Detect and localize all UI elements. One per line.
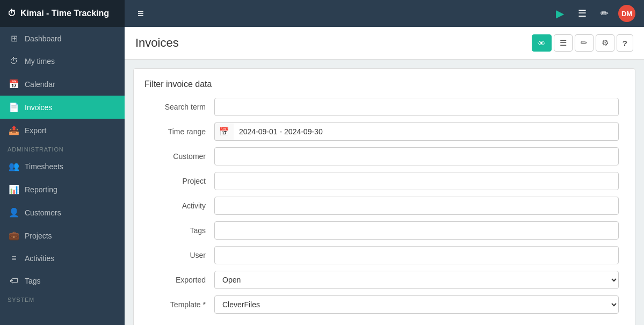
sidebar-item-invoices[interactable]: 📄 Invoices — [0, 96, 125, 119]
dashboard-icon: ⊞ — [9, 33, 19, 44]
user-avatar[interactable]: DM — [618, 5, 635, 22]
search-term-row: Search term — [144, 98, 619, 116]
project-row: Project — [144, 172, 619, 190]
project-label: Project — [144, 177, 214, 185]
export-icon: 📤 — [9, 125, 19, 135]
topbar: ≡ ▶ ☰ ✏ DM — [125, 0, 644, 27]
filter-title: Filter invoice data — [144, 80, 619, 89]
filter-card: Filter invoice data Search term Time ran… — [133, 68, 635, 325]
customers-icon: 👤 — [9, 207, 19, 218]
customer-input[interactable] — [214, 147, 619, 165]
user-input[interactable] — [214, 246, 619, 264]
sidebar-item-label: Activities — [25, 254, 54, 263]
tags-label: Tags — [144, 226, 214, 235]
user-label: User — [144, 251, 214, 259]
sidebar-item-label: Invoices — [25, 103, 52, 112]
hamburger-button[interactable]: ≡ — [133, 5, 148, 22]
template-row: Template * CleverFiles — [144, 295, 619, 314]
page-header: Invoices 👁 ☰ ✏ ⚙ ? — [125, 27, 644, 60]
sidebar: ⏱ Kimai - Time Tracking ⊞ Dashboard ⏱ My… — [0, 0, 125, 325]
activity-label: Activity — [144, 201, 214, 210]
exported-label: Exported — [144, 276, 214, 284]
eye-icon: 👁 — [538, 39, 546, 48]
tags-row: Tags — [144, 221, 619, 240]
activity-row: Activity — [144, 197, 619, 215]
sidebar-item-timesheets[interactable]: 👥 Timesheets — [0, 155, 125, 178]
exported-row: Exported Open Yes No — [144, 271, 619, 289]
sidebar-item-label: Export — [25, 126, 46, 135]
search-term-label: Search term — [144, 103, 214, 111]
sidebar-item-customers[interactable]: 👤 Customers — [0, 201, 125, 224]
time-range-wrapper: 📅 — [214, 122, 619, 141]
calendar-icon: 📅 — [9, 79, 19, 89]
content-area: Invoices 👁 ☰ ✏ ⚙ ? Filter in — [125, 27, 644, 325]
main-content: ≡ ▶ ☰ ✏ DM Invoices 👁 ☰ ✏ ⚙ — [125, 0, 644, 325]
sidebar-item-reporting[interactable]: 📊 Reporting — [0, 178, 125, 201]
calendar-button[interactable]: 📅 — [214, 122, 234, 141]
question-icon: ? — [623, 39, 627, 48]
sidebar-item-tags[interactable]: 🏷 Tags — [0, 270, 125, 292]
view-button[interactable]: 👁 — [532, 34, 552, 52]
sidebar-item-calendar[interactable]: 📅 Calendar — [0, 73, 125, 96]
project-input[interactable] — [214, 172, 619, 190]
sidebar-item-label: Projects — [25, 232, 52, 240]
invoice-icon: 📄 — [9, 102, 19, 112]
admin-section-label: Administration — [0, 142, 125, 155]
tags-icon: 🏷 — [9, 276, 19, 286]
activities-icon: ≡ — [9, 254, 19, 263]
sidebar-item-label: Timesheets — [25, 162, 63, 171]
brand-logo: ⏱ — [8, 9, 16, 18]
list-icon: ☰ — [560, 38, 567, 48]
activity-input[interactable] — [214, 197, 619, 215]
sidebar-item-label: Customers — [25, 208, 61, 217]
sidebar-item-dashboard[interactable]: ⊞ Dashboard — [0, 27, 125, 50]
template-select[interactable]: CleverFiles — [214, 295, 619, 314]
sidebar-item-label: Calendar — [25, 80, 55, 89]
timesheets-icon: 👥 — [9, 161, 19, 171]
clock-icon: ⏱ — [9, 56, 19, 66]
time-range-label: Time range — [144, 127, 214, 136]
search-term-input[interactable] — [214, 98, 619, 116]
sidebar-item-label: My times — [25, 57, 55, 66]
system-section-label: System — [0, 292, 125, 305]
header-actions: 👁 ☰ ✏ ⚙ ? — [532, 34, 633, 52]
list-button[interactable]: ☰ — [554, 34, 573, 52]
edit-icon-button[interactable]: ✏ — [596, 5, 613, 21]
tags-input[interactable] — [214, 221, 619, 240]
reporting-icon: 📊 — [9, 184, 19, 194]
exported-select[interactable]: Open Yes No — [214, 271, 619, 289]
sidebar-item-label: Tags — [25, 277, 41, 285]
pencil-icon: ✏ — [581, 38, 588, 48]
brand-title: Kimai - Time Tracking — [20, 9, 109, 18]
help-button[interactable]: ? — [617, 34, 633, 52]
edit-button[interactable]: ✏ — [575, 34, 594, 52]
customer-row: Customer — [144, 147, 619, 165]
template-label: Template * — [144, 300, 214, 309]
sidebar-item-projects[interactable]: 💼 Projects — [0, 224, 125, 247]
list-icon-button[interactable]: ☰ — [574, 5, 591, 21]
page-title: Invoices — [135, 36, 179, 50]
user-row: User — [144, 246, 619, 264]
sidebar-item-activities[interactable]: ≡ Activities — [0, 247, 125, 270]
settings-button[interactable]: ⚙ — [596, 34, 614, 52]
projects-icon: 💼 — [9, 230, 19, 241]
play-button[interactable]: ▶ — [552, 5, 568, 22]
sidebar-item-label: Dashboard — [25, 34, 62, 43]
sidebar-header: ⏱ Kimai - Time Tracking — [0, 0, 125, 27]
time-range-input[interactable] — [234, 122, 619, 141]
time-range-row: Time range 📅 — [144, 122, 619, 141]
customer-label: Customer — [144, 152, 214, 161]
sidebar-item-label: Reporting — [25, 185, 57, 194]
gear-icon: ⚙ — [602, 38, 609, 48]
sidebar-item-export[interactable]: 📤 Export — [0, 119, 125, 142]
sidebar-item-my-times[interactable]: ⏱ My times — [0, 50, 125, 73]
